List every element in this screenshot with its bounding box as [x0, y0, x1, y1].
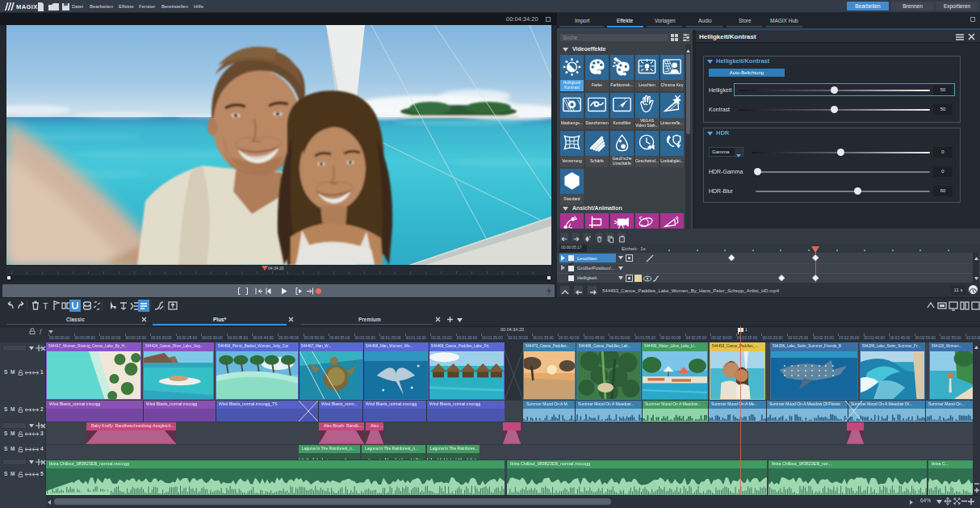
svg-text:T: T — [43, 301, 48, 311]
svg-text:f: f — [40, 328, 43, 334]
